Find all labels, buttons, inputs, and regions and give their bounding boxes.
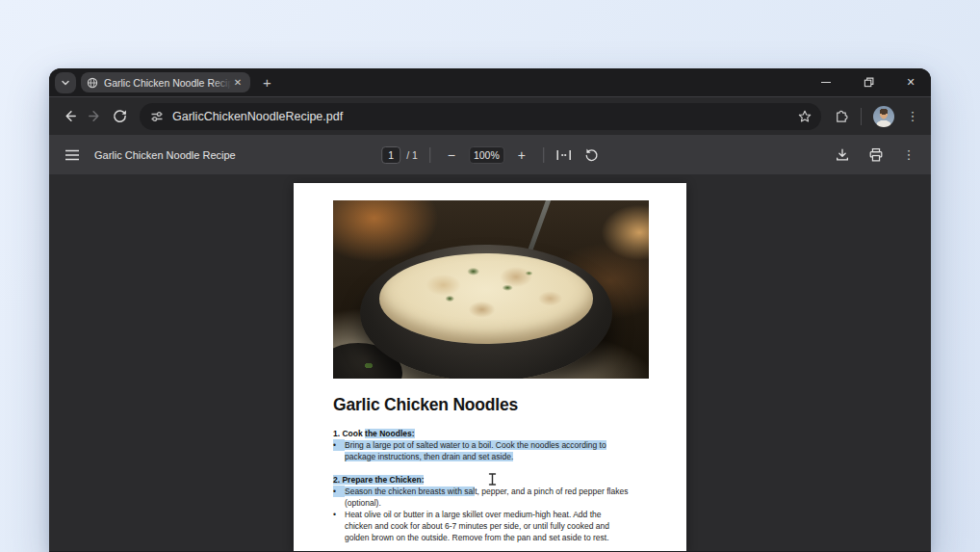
restore-button[interactable] <box>862 76 875 90</box>
pdf-center-controls: 1 / 1 − 100% + <box>381 146 599 164</box>
text: t, pepper, and a pinch of red pepper fla… <box>475 486 628 496</box>
globe-favicon-icon <box>87 77 98 89</box>
tab-title: Garlic Chicken Noodle Recipe <box>104 77 231 89</box>
pdf-menu-button[interactable] <box>64 148 80 162</box>
recipe-line[interactable]: golden brown on the outside. Remove from… <box>333 532 628 543</box>
puzzle-piece-icon <box>833 108 849 124</box>
profile-avatar[interactable] <box>873 106 894 127</box>
star-icon <box>797 109 812 124</box>
recipe-line[interactable]: (optional). <box>333 497 628 509</box>
print-button[interactable] <box>868 147 884 163</box>
chevron-down-icon <box>60 77 71 89</box>
selected-text: Bring a large pot of salted water to a b… <box>345 440 606 450</box>
pdf-toolbar-separator <box>429 147 430 163</box>
tab-strip: Garlic Chicken Noodle Recipe ✕ + ✕ <box>49 68 931 96</box>
pdf-page[interactable]: Garlic Chicken Noodles 1. Cook the Noodl… <box>294 183 686 551</box>
recipe-line[interactable]: 2. Prepare the Chicken: <box>333 474 628 486</box>
selected-text: package instructions, then drain and set… <box>345 452 513 461</box>
fit-to-width-button[interactable] <box>555 148 572 162</box>
download-icon <box>835 147 850 163</box>
text: golden brown on the outside. Remove from… <box>345 533 609 542</box>
browser-window: Garlic Chicken Noodle Recipe ✕ + ✕ <box>49 68 931 552</box>
desktop-background: { "window": { "tab": { "title": "Garlic … <box>0 0 980 552</box>
window-controls: ✕ <box>819 76 931 90</box>
recipe-food-photo <box>333 200 649 379</box>
zoom-in-button[interactable]: + <box>512 147 531 163</box>
download-button[interactable] <box>835 147 850 163</box>
site-settings-tune-icon <box>150 110 164 123</box>
text: chicken and cook for about 6-7 minutes p… <box>345 521 609 531</box>
browser-menu-button[interactable]: ⋮ <box>906 109 919 123</box>
extensions-button[interactable] <box>833 108 849 124</box>
new-tab-button[interactable]: + <box>263 75 271 90</box>
pdf-toolbar-separator <box>543 147 544 163</box>
selected-text: 2. Prepare the Chicken: <box>333 475 424 485</box>
tab-close-button[interactable]: ✕ <box>231 76 245 90</box>
back-arrow-icon <box>62 108 78 124</box>
selected-text: Season the chicken breasts with sal <box>345 486 475 496</box>
tab-garlic-chicken-noodle-recipe[interactable]: Garlic Chicken Noodle Recipe ✕ <box>81 72 250 92</box>
noodles <box>379 253 593 344</box>
pdf-document-title: Garlic Chicken Noodle Recipe <box>94 149 236 161</box>
hamburger-icon <box>64 148 80 162</box>
recipe-title[interactable]: Garlic Chicken Noodles <box>333 395 518 415</box>
rotate-counterclockwise-icon <box>583 147 599 163</box>
pdf-more-options-button[interactable]: ⋮ <box>902 147 916 162</box>
text: Heat olive oil or butter in a large skil… <box>345 510 601 519</box>
forward-arrow-icon <box>87 108 103 124</box>
zoom-level-input[interactable]: 100% <box>469 146 504 164</box>
text: 1. Cook <box>333 429 365 438</box>
forward-button[interactable] <box>82 104 107 129</box>
selected-text: the Noodles: <box>365 429 414 438</box>
toolbar-separator <box>861 108 862 125</box>
text: • <box>333 509 345 520</box>
text: (optional). <box>345 498 381 508</box>
back-button[interactable] <box>57 104 82 129</box>
reload-button[interactable] <box>107 104 132 129</box>
fit-width-icon <box>555 148 572 162</box>
tab-search-button[interactable] <box>55 72 76 93</box>
print-icon <box>868 147 884 163</box>
recipe-line[interactable]: package instructions, then drain and set… <box>333 451 628 462</box>
recipe-line[interactable]: 1. Cook the Noodles: <box>333 428 628 439</box>
browser-toolbar: GarlicChickenNoodleRecipe.pdf ⋮ <box>49 96 931 135</box>
toolbar-right-group: ⋮ <box>833 106 919 127</box>
zoom-out-button[interactable]: − <box>442 147 461 163</box>
recipe-line[interactable]: •Heat olive oil or butter in a large ski… <box>333 509 628 520</box>
url-text: GarlicChickenNoodleRecipe.pdf <box>172 110 797 123</box>
recipe-line[interactable]: •Bring a large pot of salted water to a … <box>333 439 628 451</box>
close-button[interactable]: ✕ <box>904 76 917 90</box>
selected-text: • <box>333 486 345 497</box>
page-count-label: / 1 <box>406 149 418 161</box>
pdf-right-controls: ⋮ <box>835 147 916 163</box>
rotate-button[interactable] <box>583 147 599 163</box>
selected-text: • <box>333 439 345 451</box>
recipe-lines[interactable]: 1. Cook the Noodles:•Bring a large pot o… <box>333 428 628 543</box>
page-number-input[interactable]: 1 <box>381 146 400 164</box>
reload-icon <box>112 108 128 124</box>
recipe-line[interactable]: •Season the chicken breasts with salt, p… <box>333 486 628 497</box>
recipe-line[interactable]: chicken and cook for about 6-7 minutes p… <box>333 520 628 532</box>
fork <box>527 200 553 255</box>
address-bar[interactable]: GarlicChickenNoodleRecipe.pdf <box>140 103 821 130</box>
recipe-line-spacer <box>333 462 628 474</box>
pdf-viewer[interactable]: Garlic Chicken Noodles 1. Cook the Noodl… <box>49 174 931 551</box>
bookmark-star-button[interactable] <box>797 109 812 124</box>
pdf-toolbar: Garlic Chicken Noodle Recipe 1 / 1 − 100… <box>49 135 931 174</box>
restore-icon <box>864 77 874 88</box>
minimize-button[interactable] <box>819 76 833 90</box>
